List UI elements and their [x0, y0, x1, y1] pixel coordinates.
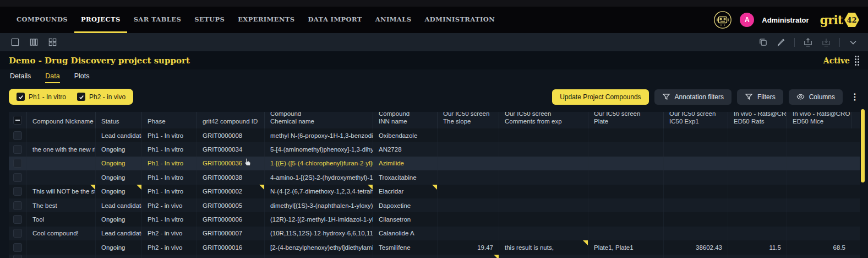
update-project-compounds-button[interactable]: Update Project Compounds — [552, 89, 648, 105]
column-header-plate[interactable]: Our IC50 screenPlate — [588, 112, 663, 128]
cell-rats — [728, 157, 787, 170]
table-row[interactable]: Lead candidatePh1 - In vitroGRIT0000008m… — [9, 128, 860, 142]
cell-rats: 11.5 — [728, 240, 787, 254]
app-window: COMPOUNDS PROJECTS SAR TABLES SETUPS EXP… — [0, 0, 868, 258]
nav-item-experiments[interactable]: EXPERIMENTS — [231, 7, 301, 33]
table-row[interactable]: the one with the new ringOngoingPh1 - In… — [9, 142, 860, 156]
cell-phase: Ph1 - In vitro — [141, 128, 196, 142]
tab-data[interactable]: Data — [45, 72, 59, 83]
cell-exp1 — [663, 255, 728, 258]
user-avatar[interactable]: A — [740, 13, 754, 27]
annotation-marker-icon[interactable] — [583, 240, 588, 245]
annotation-marker-icon[interactable] — [259, 185, 264, 190]
table-row[interactable]: OngoingPh2 - in vivoGRIT0000016[2-(4-ben… — [9, 240, 860, 254]
filters-button[interactable]: Filters — [737, 89, 783, 105]
table-row-partial[interactable] — [9, 255, 860, 258]
cell-exp1 — [663, 212, 728, 226]
cell-plate — [588, 255, 663, 258]
row-checkbox[interactable] — [13, 243, 22, 252]
nav-item-data-import[interactable]: DATA IMPORT — [302, 7, 369, 33]
cell-mice — [787, 212, 851, 226]
row-checkbox[interactable] — [13, 159, 22, 168]
filter-ph2-in-vivo[interactable]: Ph2 - in vivo — [77, 93, 125, 101]
nav-item-administration[interactable]: ADMINISTRATION — [418, 7, 501, 33]
nav-item-compounds[interactable]: COMPOUNDS — [10, 7, 74, 33]
row-checkbox[interactable] — [13, 215, 22, 224]
columns-view-icon[interactable] — [29, 37, 39, 47]
checkbox-checked-icon[interactable] — [17, 93, 25, 101]
column-header-comments[interactable]: Our IC50 screenComments from exp — [499, 112, 588, 128]
cell-phase: Ph1 - In vitro — [141, 142, 196, 156]
cell-id — [196, 255, 264, 258]
vertical-scrollbar-thumb[interactable] — [861, 109, 865, 182]
tab-details[interactable]: Details — [10, 72, 31, 83]
row-select-cell — [9, 142, 26, 156]
row-select-cell — [9, 240, 26, 254]
filter-ph1-in-vitro[interactable]: Ph1 - In vitro — [17, 93, 66, 101]
edit-pencil-icon[interactable] — [776, 37, 786, 47]
column-header-exp1[interactable]: Our IC50 screenIC50 Exp1 — [663, 112, 728, 128]
tab-plots[interactable]: Plots — [74, 72, 90, 83]
annotation-filters-button[interactable]: Annotation filters — [654, 89, 731, 105]
table-row[interactable]: Cool compound!Lead candidatePh2 - in viv… — [9, 227, 860, 240]
column-header-chem[interactable]: CompoundChemical name — [264, 112, 373, 128]
card-view-icon[interactable] — [10, 37, 20, 47]
cell-chem: (12R)-12-[(2-methyl-1H-imidazol-1-yl)me.… — [264, 212, 373, 226]
annotation-marker-icon[interactable] — [494, 255, 499, 258]
filter-funnel-icon — [662, 93, 670, 101]
row-checkbox[interactable] — [13, 173, 22, 182]
annotation-marker-icon[interactable] — [432, 185, 437, 190]
cell-comments: this result is nuts, — [499, 240, 588, 254]
row-checkbox[interactable] — [13, 201, 22, 210]
cell-inn: AN2728 — [373, 142, 437, 156]
cell-slope — [437, 198, 499, 212]
table-row[interactable]: ToolOngoingPh1 - In vitroGRIT0000006(12R… — [9, 212, 860, 226]
cell-comments — [499, 142, 588, 156]
checkbox-checked-icon[interactable] — [77, 93, 85, 101]
robot-assistant-icon[interactable] — [713, 10, 732, 29]
cell-chem: 5-[4-(aminomethyl)phenoxy]-1,3-dihydro-.… — [264, 142, 373, 156]
cell-chem: methyl N-(6-propoxy-1H-1,3-benzodiazol-.… — [264, 128, 373, 142]
cell-nickname: The best — [26, 198, 95, 212]
row-checkbox[interactable] — [13, 187, 22, 196]
cell-phase: Ph1 - In vitro — [141, 157, 196, 170]
table-row[interactable]: OngoingPh1 - In vitroGRIT00000361-[(E)-(… — [9, 157, 860, 170]
row-select-cell — [9, 128, 26, 142]
kebab-menu-icon[interactable]: ⋮ — [850, 93, 859, 101]
grid-view-icon[interactable] — [47, 37, 57, 47]
project-header: Demo - Drug Discovery project support Ac… — [0, 51, 868, 69]
nav-item-projects[interactable]: PROJECTS — [74, 7, 127, 33]
nav-item-setups[interactable]: SETUPS — [188, 7, 231, 33]
column-header-mice[interactable]: In vivo - Rats@CROED50 Mice — [787, 112, 851, 128]
row-checkbox[interactable] — [13, 229, 22, 238]
annotation-marker-icon[interactable] — [137, 185, 141, 190]
row-checkbox[interactable] — [13, 145, 22, 154]
cell-nickname — [26, 255, 95, 258]
annotation-marker-icon[interactable] — [368, 185, 373, 190]
column-header-status[interactable]: Status — [95, 112, 141, 128]
column-header-nickname[interactable]: Compound Nickname — [26, 112, 95, 128]
column-header-slope[interactable]: Our IC50 screenThe slope — [437, 112, 499, 128]
annotation-marker-icon[interactable] — [90, 185, 95, 190]
column-header-inn[interactable]: CompoundINN name — [373, 112, 437, 128]
select-all-checkbox[interactable] — [13, 116, 22, 125]
table-row[interactable]: The bestLead candidatePh2 - in vivoGRIT0… — [9, 198, 860, 212]
table-row[interactable]: This will NOT be the starOngoingPh1 - In… — [9, 185, 860, 198]
cell-slope — [437, 185, 499, 198]
column-header-id[interactable]: grit42 compound ID — [196, 112, 264, 128]
nav-item-animals[interactable]: ANIMALS — [369, 7, 418, 33]
cast-up-icon[interactable] — [803, 37, 813, 47]
cast-down-icon[interactable] — [821, 37, 831, 47]
cell-exp1 — [663, 142, 728, 156]
nav-item-sar-tables[interactable]: SAR TABLES — [127, 7, 188, 33]
row-checkbox[interactable] — [13, 131, 22, 140]
table-row[interactable]: OngoingPh1 - In vitroGRIT00000384-amino-… — [9, 170, 860, 184]
columns-button[interactable]: Columns — [789, 89, 843, 105]
cell-inn: Tesmilifene — [373, 240, 437, 254]
chevron-down-icon[interactable] — [848, 37, 858, 47]
drag-handle-icon[interactable] — [855, 56, 859, 66]
column-header-rats[interactable]: In vivo - Rats@CROED50 Rats — [728, 112, 787, 128]
row-checkbox[interactable] — [13, 255, 22, 258]
duplicate-icon[interactable] — [758, 37, 768, 47]
column-header-phase[interactable]: Phase — [141, 112, 196, 128]
